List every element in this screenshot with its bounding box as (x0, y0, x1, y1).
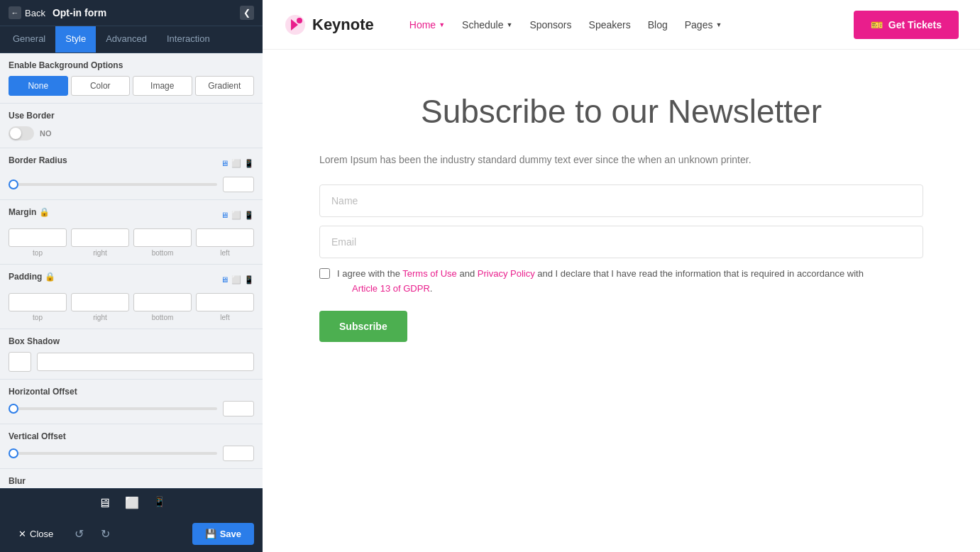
tablet-icon-margin[interactable]: ⬜ (231, 211, 241, 220)
horizontal-offset-thumb (9, 404, 18, 414)
desktop-icon-br[interactable]: 🖥 (221, 159, 229, 168)
border-toggle[interactable] (9, 126, 34, 140)
consent-checkbox[interactable] (319, 268, 330, 279)
horizontal-offset-input[interactable]: 0 (223, 401, 254, 416)
nav-schedule[interactable]: Schedule ▼ (462, 19, 512, 31)
border-radius-section: Border Radius 🖥 ⬜ 📱 0 (0, 148, 263, 200)
horizontal-offset-slider[interactable] (9, 407, 217, 410)
desktop-icon-padding[interactable]: 🖥 (221, 275, 229, 285)
mobile-icon-margin[interactable]: 📱 (244, 211, 254, 220)
border-radius-label: Border Radius (9, 155, 67, 165)
pages-chevron: ▼ (715, 21, 722, 28)
save-icon: 💾 (205, 529, 216, 539)
subscribe-button[interactable]: Subscribe (319, 311, 407, 342)
background-section: Enable Background Options None Color Ima… (0, 53, 263, 104)
nav-home[interactable]: Home ▼ (409, 19, 445, 31)
shadow-color-swatch[interactable] (9, 352, 31, 372)
back-arrow-icon: ← (9, 6, 21, 19)
border-radius-device-icons: 🖥 ⬜ 📱 (221, 159, 254, 168)
vertical-offset-thumb (9, 448, 18, 458)
device-icons-row: 🖥 ⬜ 📱 (0, 488, 263, 518)
footer-desktop-icon[interactable]: 🖥 (98, 496, 111, 511)
desktop-icon-margin[interactable]: 🖥 (221, 211, 229, 220)
bg-color-btn[interactable]: Color (71, 76, 131, 96)
vertical-offset-slider[interactable] (9, 452, 217, 455)
tab-general[interactable]: General (3, 26, 55, 53)
close-label: Close (30, 529, 53, 539)
padding-lock-icon[interactable]: 🔒 (45, 272, 55, 282)
redo-button[interactable]: ↻ (95, 524, 116, 543)
gdpr-link[interactable]: Article 13 of GDPR (352, 283, 430, 294)
undo-button[interactable]: ↺ (69, 524, 89, 543)
padding-section: Padding 🔒 🖥 ⬜ 📱 top right bottom left to… (0, 265, 263, 329)
tablet-icon-padding[interactable]: ⬜ (231, 275, 241, 285)
save-button[interactable]: 💾 Save (192, 523, 254, 545)
vertical-offset-input[interactable]: 0 (223, 446, 254, 461)
border-radius-header: Border Radius 🖥 ⬜ 📱 (9, 155, 254, 171)
home-chevron: ▼ (439, 21, 445, 28)
margin-bottom-input[interactable]: 30px (133, 228, 192, 247)
name-input[interactable] (319, 184, 923, 217)
terms-link[interactable]: Terms of Use (402, 268, 457, 279)
panel-header-left: ← Back Opt-in form (9, 6, 106, 19)
vertical-offset-section: Vertical Offset 0 (0, 424, 263, 469)
panel-body: Enable Background Options None Color Ima… (0, 53, 263, 552)
horizontal-offset-slider-container: 0 (9, 401, 254, 416)
blur-label: Blur (9, 476, 254, 486)
panel-header: ← Back Opt-in form ❮ (0, 0, 263, 26)
box-shadow-label: Box Shadow (9, 336, 254, 346)
box-shadow-section: Box Shadow #ffffff (0, 329, 263, 380)
vertical-offset-label: Vertical Offset (9, 431, 254, 441)
margin-left-label: left (196, 249, 254, 257)
get-tickets-button[interactable]: 🎫 Get Tickets (854, 11, 959, 39)
nav-links: Home ▼ Schedule ▼ Sponsors Speakers Blog… (409, 19, 832, 31)
border-radius-slider[interactable] (9, 183, 217, 186)
padding-label: Padding 🔒 (9, 272, 55, 282)
border-radius-input[interactable]: 0 (223, 177, 254, 192)
back-button[interactable]: ← Back (9, 6, 45, 19)
padding-left-input[interactable]: left (196, 293, 254, 311)
margin-inputs: 100px 0px 30px 0px (9, 228, 254, 247)
nav-pages[interactable]: Pages ▼ (685, 19, 722, 31)
nav-speakers[interactable]: Speakers (589, 19, 631, 31)
svg-point-1 (297, 18, 302, 23)
nav-blog[interactable]: Blog (648, 19, 668, 31)
padding-top-input[interactable]: top (9, 293, 67, 311)
ticket-icon: 🎫 (871, 19, 883, 31)
margin-left-input[interactable]: 0px (196, 228, 254, 247)
bg-image-btn[interactable]: Image (133, 76, 192, 96)
tab-advanced[interactable]: Advanced (96, 26, 157, 53)
tab-style[interactable]: Style (55, 26, 96, 53)
right-panel: Keynote Home ▼ Schedule ▼ Sponsors Speak… (263, 0, 980, 552)
logo-text: Keynote (312, 16, 374, 34)
tab-interaction[interactable]: Interaction (157, 26, 220, 53)
bg-none-btn[interactable]: None (9, 76, 68, 96)
shadow-color-input[interactable]: #ffffff (37, 353, 254, 371)
padding-right-input[interactable]: right (71, 293, 129, 311)
border-radius-thumb (9, 180, 18, 189)
mobile-icon-padding[interactable]: 📱 (244, 275, 254, 285)
email-input[interactable] (319, 226, 923, 258)
tablet-icon-br[interactable]: ⬜ (231, 159, 241, 168)
keynote-logo[interactable]: Keynote (284, 13, 374, 36)
margin-lock-icon[interactable]: 🔒 (39, 207, 50, 217)
margin-top-input[interactable]: 100px (9, 228, 67, 247)
bg-gradient-btn[interactable]: Gradient (195, 76, 255, 96)
panel-tabs: General Style Advanced Interaction (0, 26, 263, 53)
margin-device-icons: 🖥 ⬜ 📱 (221, 211, 254, 220)
margin-right-input[interactable]: 0px (71, 228, 129, 247)
footer-bottom: ✕ Close ↺ ↻ 💾 Save (0, 516, 263, 552)
collapse-button[interactable]: ❮ (240, 6, 254, 20)
footer-mobile-icon[interactable]: 📱 (153, 496, 165, 511)
padding-bottom-input[interactable]: bottom (133, 293, 192, 311)
margin-bottom-label: bottom (133, 249, 192, 257)
close-button[interactable]: ✕ Close (9, 524, 63, 544)
border-toggle-row: NO (9, 126, 254, 140)
padding-header: Padding 🔒 🖥 ⬜ 📱 (9, 272, 254, 287)
mobile-icon-br[interactable]: 📱 (244, 159, 254, 168)
footer-tablet-icon[interactable]: ⬜ (125, 496, 139, 511)
nav-sponsors[interactable]: Sponsors (529, 19, 571, 31)
padding-inputs: top right bottom left (9, 293, 254, 311)
privacy-link[interactable]: Privacy Policy (478, 268, 535, 279)
toggle-label: NO (40, 129, 52, 138)
